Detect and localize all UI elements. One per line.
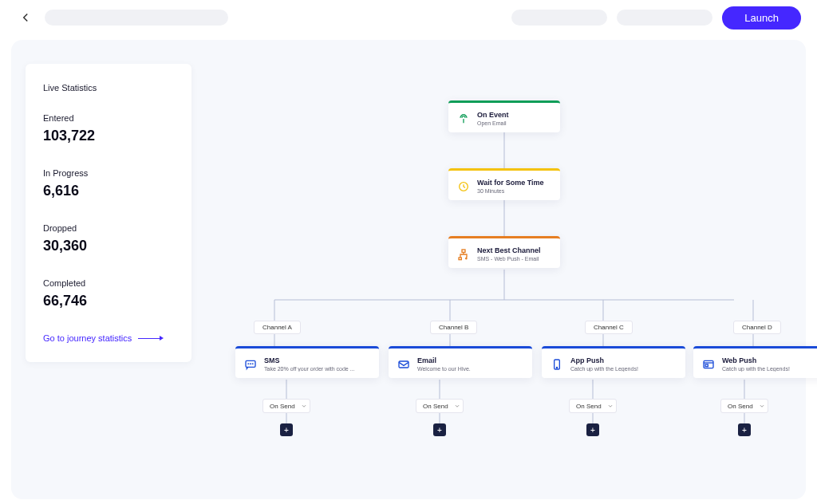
stat-label: In Progress [43,168,174,178]
node-subtitle: Catch up with the Legends! [570,366,638,372]
chevron-down-icon [300,402,308,410]
journey-statistics-link[interactable]: Go to journey statistics [43,333,174,343]
channel-label-b: Channel B [430,321,477,334]
stat-value: 66,746 [43,293,174,309]
stat-label: Dropped [43,223,174,233]
stats-title: Live Statistics [43,83,174,93]
stats-link-label: Go to journey statistics [43,333,132,343]
svg-point-15 [251,364,251,364]
stat-entered: Entered 103,722 [43,113,174,144]
channel-node-sms[interactable]: SMS Take 20% off your order with code ..… [235,346,379,378]
breadcrumb-placeholder [45,10,228,26]
node-wait[interactable]: Wait for Some Time 30 Minutes [448,168,560,200]
on-send-selector-b[interactable]: On Send [416,399,464,413]
on-send-label: On Send [576,403,602,410]
node-title: App Push [570,356,638,364]
clock-icon [456,179,471,194]
svg-rect-17 [399,361,408,368]
svg-point-16 [252,364,253,364]
add-step-button-b[interactable]: + [433,423,446,436]
routing-icon [456,247,471,262]
stat-value: 103,722 [43,128,174,144]
journey-canvas: Live Statistics Entered 103,722 In Progr… [11,40,806,499]
stat-label: Completed [43,278,174,288]
live-stats-card: Live Statistics Entered 103,722 In Progr… [26,64,191,362]
arrow-right-icon [138,338,162,339]
email-icon [397,357,411,372]
node-subtitle: SMS - Web Push - Email [477,256,541,262]
add-step-button-d[interactable]: + [738,423,751,436]
channel-label-d: Channel D [733,321,781,334]
back-button[interactable] [16,8,35,27]
channel-label-c: Channel C [585,321,633,334]
stat-completed: Completed 66,746 [43,278,174,309]
phone-icon [550,357,564,372]
on-send-label: On Send [728,403,753,410]
node-title: SMS [264,356,355,364]
stat-in-progress: In Progress 6,616 [43,168,174,199]
channel-node-apppush[interactable]: App Push Catch up with the Legends! [542,346,685,378]
launch-button[interactable]: Launch [722,6,801,30]
chevron-down-icon [453,402,461,410]
broadcast-icon [456,112,471,126]
toolbar-placeholder-1 [511,10,607,26]
node-title: Web Push [722,356,790,364]
on-send-selector-a[interactable]: On Send [262,399,310,413]
back-arrow-icon [18,10,33,25]
node-subtitle: Welcome to our Hive. [417,366,471,372]
add-step-button-c[interactable]: + [586,423,599,436]
node-title: Email [417,356,471,364]
node-subtitle: Take 20% off your order with code ... [264,366,355,372]
svg-rect-12 [459,258,461,260]
stat-value: 30,360 [43,238,174,254]
on-send-label: On Send [423,403,448,410]
svg-rect-11 [462,250,465,252]
on-send-label: On Send [270,403,295,410]
channel-node-webpush[interactable]: Web Push Catch up with the Legends! [693,346,817,378]
node-subtitle: Catch up with the Legends! [722,366,790,372]
node-subtitle: Open Email [477,120,509,126]
svg-point-19 [556,367,557,368]
add-step-button-a[interactable]: + [280,423,293,436]
svg-point-14 [248,364,249,364]
channel-label-a: Channel A [254,321,301,334]
node-subtitle: 30 Minutes [477,188,544,194]
svg-rect-21 [705,364,708,367]
stat-label: Entered [43,113,174,123]
on-send-selector-d[interactable]: On Send [720,399,768,413]
channel-node-email[interactable]: Email Welcome to our Hive. [389,346,532,378]
node-next-best-channel[interactable]: Next Best Channel SMS - Web Push - Email [448,236,560,268]
sms-icon [243,357,258,372]
node-on-event[interactable]: On Event Open Email [448,100,560,132]
chevron-down-icon [606,402,614,410]
stat-dropped: Dropped 30,360 [43,223,174,254]
chevron-down-icon [758,402,766,410]
webpush-icon [701,357,716,372]
toolbar-placeholder-2 [617,10,712,26]
node-title: On Event [477,111,509,119]
stat-value: 6,616 [43,183,174,199]
node-title: Next Best Channel [477,246,541,254]
node-title: Wait for Some Time [477,179,544,187]
on-send-selector-c[interactable]: On Send [569,399,617,413]
